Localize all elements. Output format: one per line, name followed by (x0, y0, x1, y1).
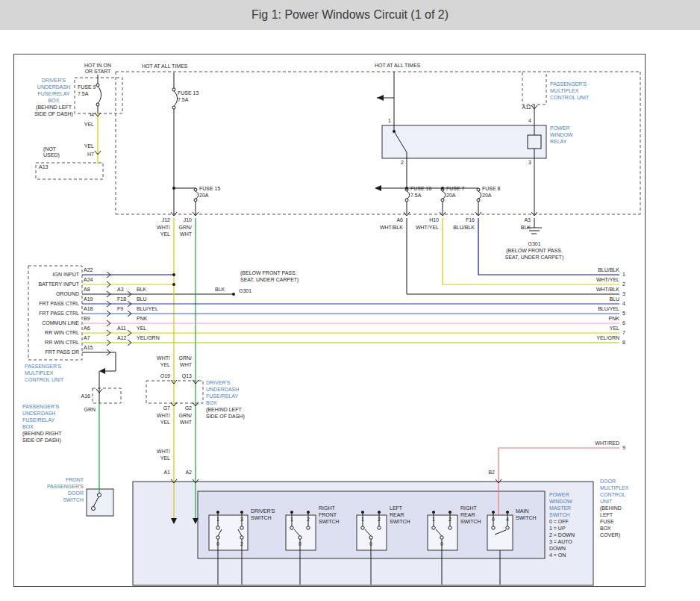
a16-connector-box (93, 388, 121, 403)
frt-pass-dr-wire (82, 352, 116, 371)
wires-yellow (82, 113, 619, 520)
component-boxes (87, 125, 593, 585)
wires-green (99, 218, 196, 520)
dashed-boundaries (28, 72, 640, 403)
a13-connector-box (36, 163, 103, 179)
ground-symbol (527, 228, 542, 234)
passengers-multiplex-top-box (522, 72, 546, 105)
fuse15-branch-wire (174, 188, 196, 214)
wires-navy (82, 218, 619, 275)
flow-arrows (99, 95, 384, 524)
passengers-multiplex-unit-box (28, 266, 82, 360)
screenshot-root: Fig 1: Power Windows Circuit (1 of 2) (0, 0, 700, 601)
blublk-row-wire (478, 218, 619, 275)
right-front-switch-box (286, 515, 316, 550)
right-rear-switch-box (428, 515, 457, 550)
wiring-diagram (0, 0, 700, 601)
drivers-underdash-mid-box (146, 381, 203, 403)
underdash-fusebox-boundary (116, 72, 640, 214)
junction-dots (172, 130, 509, 514)
left-rear-switch-box (357, 515, 387, 550)
fuse9-box (75, 78, 122, 113)
whtblk-row-wire (407, 218, 619, 294)
